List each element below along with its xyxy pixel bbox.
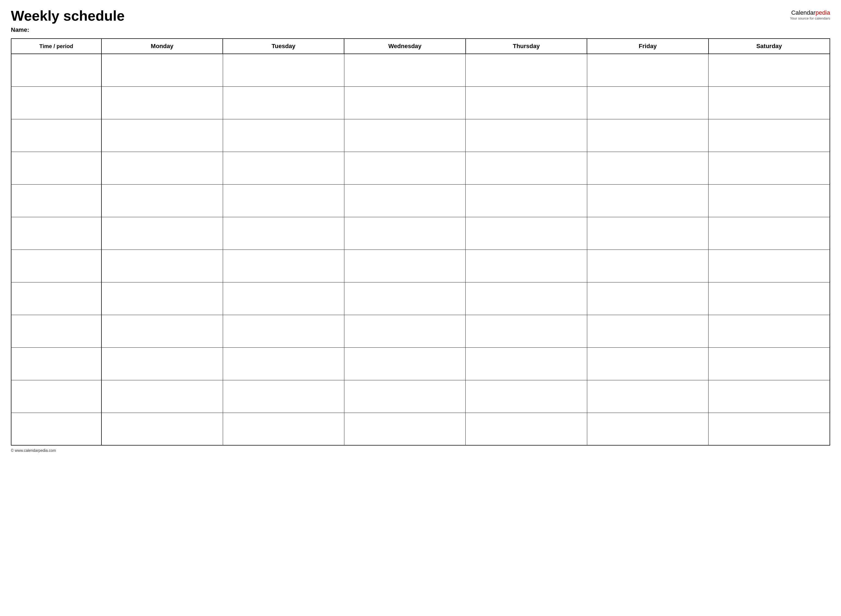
table-row [11, 152, 830, 184]
schedule-cell[interactable] [223, 54, 344, 87]
time-cell [11, 87, 101, 119]
schedule-cell[interactable] [466, 54, 587, 87]
col-header-thursday: Thursday [466, 39, 587, 54]
schedule-cell[interactable] [466, 217, 587, 249]
col-header-saturday: Saturday [709, 39, 830, 54]
schedule-cell[interactable] [466, 348, 587, 380]
schedule-cell[interactable] [223, 184, 344, 217]
page-header: Weekly schedule Calendarpedia Your sourc… [11, 8, 830, 23]
schedule-cell[interactable] [466, 184, 587, 217]
schedule-cell[interactable] [223, 315, 344, 348]
col-header-tuesday: Tuesday [223, 39, 344, 54]
schedule-cell[interactable] [101, 348, 223, 380]
schedule-cell[interactable] [587, 152, 708, 184]
schedule-cell[interactable] [587, 217, 708, 249]
schedule-cell[interactable] [101, 119, 223, 152]
table-row [11, 380, 830, 413]
schedule-cell[interactable] [223, 380, 344, 413]
table-row [11, 249, 830, 282]
logo-subtitle: Your source for calendars [790, 16, 830, 21]
name-label: Name: [11, 26, 830, 34]
schedule-cell[interactable] [101, 184, 223, 217]
schedule-cell[interactable] [466, 87, 587, 119]
schedule-cell[interactable] [223, 348, 344, 380]
schedule-cell[interactable] [344, 249, 465, 282]
schedule-cell[interactable] [223, 413, 344, 445]
table-row [11, 87, 830, 119]
schedule-cell[interactable] [587, 413, 708, 445]
schedule-cell[interactable] [344, 282, 465, 315]
schedule-cell[interactable] [344, 119, 465, 152]
logo-text: Calendarpedia [790, 9, 830, 16]
schedule-cell[interactable] [223, 282, 344, 315]
schedule-cell[interactable] [587, 315, 708, 348]
col-header-monday: Monday [101, 39, 223, 54]
schedule-cell[interactable] [344, 87, 465, 119]
schedule-cell[interactable] [344, 184, 465, 217]
schedule-cell[interactable] [223, 249, 344, 282]
logo-part2: pedia [815, 9, 830, 16]
schedule-cell[interactable] [344, 413, 465, 445]
schedule-cell[interactable] [587, 348, 708, 380]
schedule-cell[interactable] [709, 380, 830, 413]
logo-part1: Calendar [791, 9, 815, 16]
schedule-cell[interactable] [709, 54, 830, 87]
schedule-cell[interactable] [344, 217, 465, 249]
table-row [11, 282, 830, 315]
schedule-cell[interactable] [709, 413, 830, 445]
time-cell [11, 152, 101, 184]
table-row [11, 119, 830, 152]
schedule-cell[interactable] [587, 87, 708, 119]
schedule-cell[interactable] [223, 152, 344, 184]
schedule-cell[interactable] [466, 152, 587, 184]
schedule-cell[interactable] [101, 87, 223, 119]
time-cell [11, 348, 101, 380]
schedule-cell[interactable] [101, 152, 223, 184]
schedule-cell[interactable] [344, 54, 465, 87]
schedule-cell[interactable] [466, 282, 587, 315]
schedule-cell[interactable] [101, 54, 223, 87]
schedule-cell[interactable] [587, 249, 708, 282]
schedule-cell[interactable] [709, 348, 830, 380]
time-cell [11, 413, 101, 445]
time-cell [11, 315, 101, 348]
col-header-friday: Friday [587, 39, 708, 54]
schedule-cell[interactable] [466, 119, 587, 152]
schedule-cell[interactable] [101, 315, 223, 348]
schedule-cell[interactable] [587, 380, 708, 413]
schedule-cell[interactable] [709, 119, 830, 152]
schedule-cell[interactable] [587, 184, 708, 217]
schedule-cell[interactable] [101, 380, 223, 413]
schedule-cell[interactable] [466, 380, 587, 413]
schedule-cell[interactable] [587, 282, 708, 315]
col-header-wednesday: Wednesday [344, 39, 465, 54]
schedule-cell[interactable] [344, 152, 465, 184]
time-cell [11, 380, 101, 413]
schedule-cell[interactable] [466, 413, 587, 445]
schedule-cell[interactable] [709, 184, 830, 217]
schedule-cell[interactable] [223, 119, 344, 152]
footer: © www.calendarpedia.com [11, 448, 830, 453]
schedule-cell[interactable] [709, 315, 830, 348]
schedule-cell[interactable] [344, 380, 465, 413]
schedule-cell[interactable] [466, 315, 587, 348]
schedule-cell[interactable] [709, 87, 830, 119]
schedule-cell[interactable] [223, 217, 344, 249]
schedule-cell[interactable] [101, 249, 223, 282]
schedule-cell[interactable] [223, 87, 344, 119]
table-row [11, 217, 830, 249]
schedule-cell[interactable] [587, 54, 708, 87]
table-row [11, 413, 830, 445]
schedule-cell[interactable] [344, 348, 465, 380]
schedule-cell[interactable] [344, 315, 465, 348]
schedule-cell[interactable] [101, 217, 223, 249]
time-cell [11, 54, 101, 87]
schedule-cell[interactable] [101, 413, 223, 445]
schedule-cell[interactable] [101, 282, 223, 315]
schedule-cell[interactable] [709, 249, 830, 282]
schedule-cell[interactable] [466, 249, 587, 282]
schedule-cell[interactable] [709, 152, 830, 184]
schedule-cell[interactable] [709, 217, 830, 249]
schedule-cell[interactable] [709, 282, 830, 315]
schedule-cell[interactable] [587, 119, 708, 152]
